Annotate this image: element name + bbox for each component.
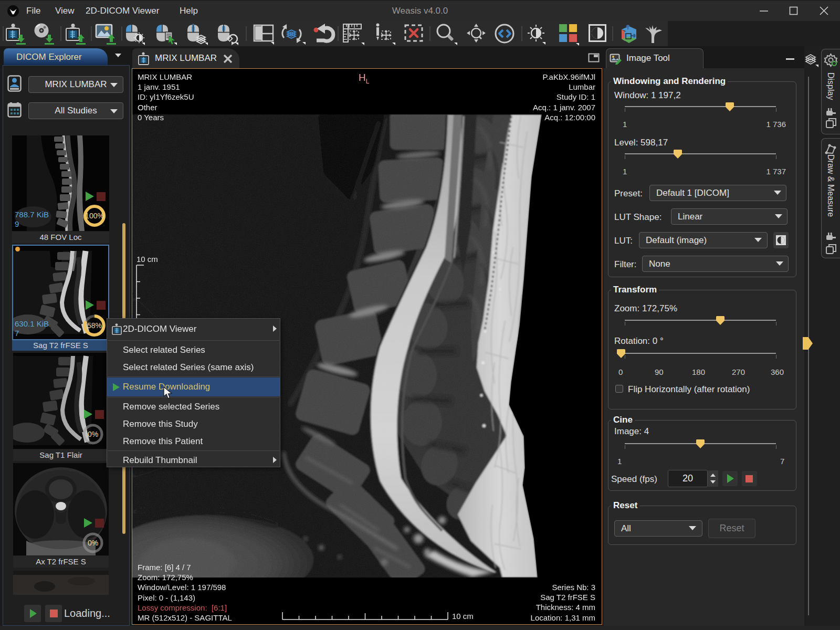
svg-text:0%: 0% <box>88 539 98 547</box>
svg-text:0%: 0% <box>88 430 98 438</box>
svg-text:10 cm: 10 cm <box>452 612 474 621</box>
svg-text:10 cm: 10 cm <box>136 255 158 264</box>
svg-text:100%: 100% <box>85 212 104 220</box>
svg-text:58%: 58% <box>87 321 102 330</box>
